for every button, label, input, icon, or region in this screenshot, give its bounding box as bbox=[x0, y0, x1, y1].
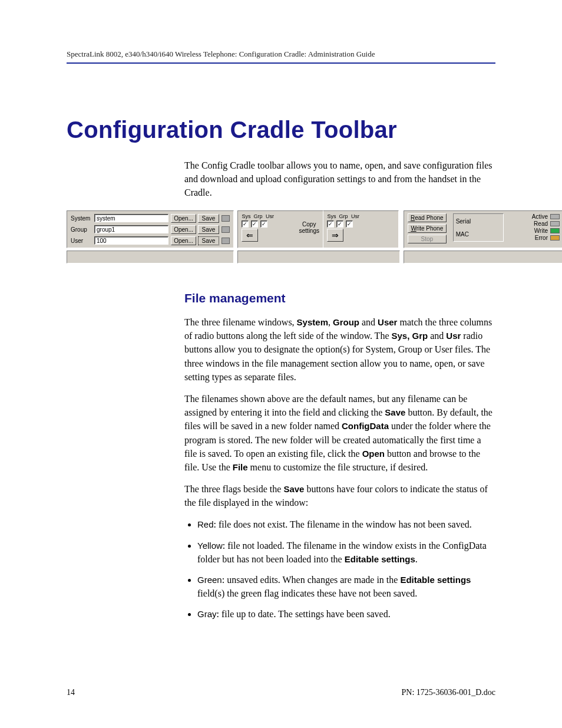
copy-right-grp-checkbox[interactable]: ✓ bbox=[336, 220, 343, 228]
flag-item-gray: Gray: file up to date. The settings have… bbox=[197, 607, 495, 621]
user-save-button[interactable]: Save bbox=[198, 236, 219, 245]
group-label: Group bbox=[71, 226, 94, 233]
section-heading: File management bbox=[184, 289, 495, 307]
copy-left-arrow-button[interactable]: ⇐ bbox=[242, 229, 258, 242]
copy-right-sys-checkbox[interactable]: ✓ bbox=[327, 220, 334, 228]
toolbar-figure: System system Open... Save Group group1 … bbox=[67, 210, 495, 263]
system-flag-icon bbox=[222, 215, 230, 222]
user-open-button[interactable]: Open... bbox=[171, 236, 196, 245]
intro-paragraph: The Config Cradle toolbar allows you to … bbox=[184, 159, 495, 200]
active-led-icon bbox=[550, 214, 560, 219]
flag-list: Red: file does not exist. The filename i… bbox=[184, 518, 495, 621]
group-save-button[interactable]: Save bbox=[198, 225, 219, 234]
phone-panel: Read Phone Write Phone Stop Serial MAC bbox=[404, 210, 562, 248]
group-flag-icon bbox=[222, 226, 230, 233]
copy-settings-label: Copy settings bbox=[299, 221, 319, 234]
status-active-label: Active bbox=[532, 213, 548, 220]
system-save-button[interactable]: Save bbox=[198, 214, 219, 223]
serial-mac-box: Serial MAC bbox=[453, 213, 504, 242]
page-number: 14 bbox=[67, 688, 75, 697]
user-label: User bbox=[71, 238, 94, 244]
files-panel: System system Open... Save Group group1 … bbox=[67, 210, 234, 248]
arrow-left-icon: ⇐ bbox=[246, 230, 253, 240]
fm-para-1: The three filename windows, System, Grou… bbox=[184, 315, 495, 384]
group-input[interactable]: group1 bbox=[94, 225, 168, 233]
mac-label: MAC bbox=[456, 231, 501, 238]
running-header: SpectraLink 8002, e340/h340/i640 Wireles… bbox=[67, 50, 495, 64]
status-read-label: Read bbox=[534, 220, 548, 227]
file-row-group: Group group1 Open... Save bbox=[71, 225, 230, 235]
copy-right-headers: Sys Grp Usr bbox=[327, 213, 395, 219]
status-error-label: Error bbox=[535, 235, 548, 241]
flag-item-yellow: Yellow: file not loaded. The filename in… bbox=[197, 539, 495, 566]
stop-button[interactable]: Stop bbox=[408, 235, 447, 243]
document-pn: PN: 1725-36036-001_D.doc bbox=[402, 688, 495, 697]
toolbar-blank-strip-1 bbox=[67, 251, 234, 263]
fm-para-2: The filenames shown above are the defaul… bbox=[184, 392, 495, 474]
user-input[interactable]: 100 bbox=[94, 236, 168, 245]
status-write-label: Write bbox=[534, 228, 548, 234]
page-title: Configuration Cradle Toolbar bbox=[67, 117, 495, 143]
flag-item-red: Red: file does not exist. The filename i… bbox=[197, 518, 495, 531]
copy-left-sys-checkbox[interactable]: ✓ bbox=[242, 220, 249, 228]
fm-para-3: The three flags beside the Save buttons … bbox=[184, 482, 495, 509]
system-open-button[interactable]: Open... bbox=[171, 214, 196, 223]
group-open-button[interactable]: Open... bbox=[171, 225, 196, 234]
toolbar-blank-strip-3 bbox=[404, 251, 562, 263]
toolbar-blank-strip-2 bbox=[237, 251, 400, 263]
write-phone-button[interactable]: Write Phone bbox=[408, 224, 447, 233]
copy-left-usr-checkbox[interactable]: ✓ bbox=[260, 220, 267, 228]
copy-left-grp-checkbox[interactable]: ✓ bbox=[251, 220, 258, 228]
file-row-user: User 100 Open... Save bbox=[71, 236, 230, 246]
read-phone-button[interactable]: Read Phone bbox=[408, 213, 447, 222]
file-row-system: System system Open... Save bbox=[71, 213, 230, 223]
copy-right-usr-checkbox[interactable]: ✓ bbox=[346, 220, 353, 228]
copy-left-panel: Sys Grp Usr ✓ ✓ ✓ ⇐ bbox=[237, 210, 323, 248]
write-led-icon bbox=[550, 228, 560, 233]
flag-item-green: Green: unsaved edits. When changes are m… bbox=[197, 573, 495, 600]
system-label: System bbox=[71, 215, 94, 222]
error-led-icon bbox=[550, 235, 560, 241]
copy-right-arrow-button[interactable]: ⇒ bbox=[327, 229, 343, 242]
user-flag-icon bbox=[222, 238, 230, 244]
serial-label: Serial bbox=[456, 218, 501, 225]
arrow-right-icon: ⇒ bbox=[332, 230, 339, 240]
read-led-icon bbox=[550, 221, 560, 226]
copy-left-headers: Sys Grp Usr bbox=[242, 213, 275, 219]
system-input[interactable]: system bbox=[94, 214, 168, 222]
copy-right-panel: Sys Grp Usr ✓ ✓ ✓ ⇒ bbox=[323, 210, 399, 248]
